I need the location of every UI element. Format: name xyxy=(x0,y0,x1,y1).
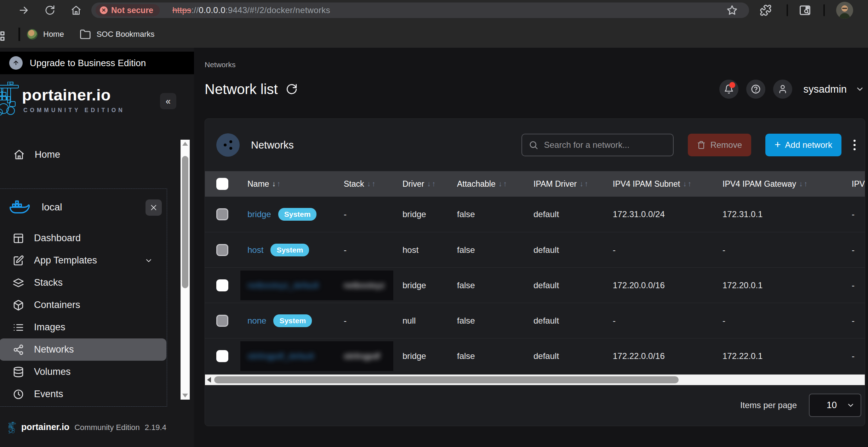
network-name-link[interactable]: host xyxy=(247,245,263,255)
panel-header: Networks Remove + xyxy=(205,119,865,171)
stack-cell: - xyxy=(344,245,402,255)
help-button[interactable] xyxy=(746,80,765,99)
bookmark-folder-soc[interactable]: SOC Bookmarks xyxy=(80,29,155,40)
url-text: https://0.0.0.0:9443/#!/2/docker/network… xyxy=(172,5,330,15)
horizontal-scrollbar[interactable] xyxy=(205,375,865,385)
ipam-driver-cell: default xyxy=(533,245,613,255)
kebab-menu-icon[interactable] xyxy=(849,140,860,150)
network-name-cell: noneSystem xyxy=(247,314,344,327)
ipv4-gateway-cell: - xyxy=(723,316,852,326)
sidebar-item-label: Stacks xyxy=(34,277,63,288)
address-bar[interactable]: ✕ Not secure https://0.0.0.0:9443/#!/2/d… xyxy=(91,2,749,18)
sidebar-scrollbar[interactable] xyxy=(181,140,190,400)
ipv6-subnet-cell: - xyxy=(852,316,865,326)
bookmarks-separator xyxy=(18,28,20,41)
networks-panel: Networks Remove + xyxy=(205,118,865,426)
sidebar-item-events[interactable]: Events xyxy=(0,383,166,405)
column-header-ipv6-ipam-subnet[interactable]: IPV6 IPAM Subnet↓↑ xyxy=(852,179,865,189)
table-body: bridgeSystem-bridgefalsedefault172.31.0.… xyxy=(205,197,865,375)
portainer-logo-small-icon xyxy=(8,422,16,434)
sort-asc-icon: ↑ xyxy=(503,180,507,188)
attachable-cell: false xyxy=(457,316,533,326)
sidebar-item-networks[interactable]: Networks xyxy=(0,338,166,361)
sidebar-item-stacks[interactable]: Stacks xyxy=(0,272,166,294)
ipv4-subnet-cell: 172.22.0.0/16 xyxy=(613,351,723,361)
help-icon xyxy=(750,84,761,94)
network-name-link[interactable]: bridge xyxy=(247,209,271,219)
search-input[interactable] xyxy=(544,140,667,150)
scroll-down-icon[interactable] xyxy=(182,394,188,397)
table-header: Name↓↑Stack↓↑Driver↓↑Attachable↓↑IPAM Dr… xyxy=(205,171,865,197)
scrollbar-thumb[interactable] xyxy=(182,156,188,288)
reload-icon[interactable] xyxy=(45,5,55,16)
environment-row[interactable]: local xyxy=(0,197,167,218)
column-header-ipv4-ipam-gateway[interactable]: IPV4 IPAM Gateway↓↑ xyxy=(723,179,852,189)
sidebar-item-volumes[interactable]: Volumes xyxy=(0,361,166,383)
brand: portainer.io COMMUNITY EDITION « xyxy=(0,82,194,121)
items-per-page-label: Items per page xyxy=(740,400,797,410)
apps-grid-icon[interactable] xyxy=(0,29,9,43)
panel-footer: Items per page 10 xyxy=(205,384,865,426)
remove-button[interactable]: Remove xyxy=(688,134,751,156)
browser-profile-avatar[interactable] xyxy=(836,2,853,19)
row-checkbox[interactable] xyxy=(216,279,228,291)
sidebar-item-label: App Templates xyxy=(34,255,97,266)
network-name-cell: netbootxyz_default xyxy=(247,280,344,290)
sidebar-item-dashboard[interactable]: Dashboard xyxy=(0,227,166,249)
breadcrumb[interactable]: Networks xyxy=(205,60,236,69)
column-label: IPV4 IPAM Gateway xyxy=(723,179,796,189)
sort-desc-icon: ↓ xyxy=(272,180,276,188)
column-header-ipam-driver[interactable]: IPAM Driver↓↑ xyxy=(533,179,613,189)
sort-asc-icon: ↑ xyxy=(432,180,436,188)
column-label: IPAM Driver xyxy=(533,179,577,189)
upgrade-banner[interactable]: Upgrade to Business Edition xyxy=(0,52,194,74)
sidebar-item-containers[interactable]: Containers xyxy=(0,294,166,316)
extensions-icon[interactable] xyxy=(760,4,772,16)
network-name-link[interactable]: stirlingpdf_default xyxy=(247,351,314,361)
arrow-up-circle-icon xyxy=(9,56,23,70)
bookmark-home-label: Home xyxy=(43,30,64,39)
sort-asc-icon: ↑ xyxy=(584,180,588,188)
sidebar-item-app-templates[interactable]: App Templates xyxy=(0,249,166,272)
select-all-checkbox[interactable] xyxy=(216,178,228,190)
chevron-down-icon[interactable] xyxy=(855,85,864,94)
add-network-button[interactable]: + Add network xyxy=(765,134,841,156)
refresh-icon[interactable] xyxy=(286,83,298,95)
forward-icon[interactable] xyxy=(18,5,29,16)
ipam-driver-cell: default xyxy=(533,316,613,326)
search-box[interactable] xyxy=(521,134,674,156)
sort-desc-icon: ↓ xyxy=(579,180,583,188)
stack-cell: - xyxy=(344,316,402,326)
scroll-up-icon[interactable] xyxy=(182,142,188,146)
security-chip[interactable]: ✕ Not secure xyxy=(96,4,160,16)
row-checkbox[interactable] xyxy=(216,350,228,362)
column-header-ipv4-ipam-subnet[interactable]: IPV4 IPAM Subnet↓↑ xyxy=(613,179,723,189)
scroll-left-icon[interactable] xyxy=(207,377,211,383)
network-name-cell: bridgeSystem xyxy=(247,208,344,221)
sidebar-collapse-button[interactable]: « xyxy=(160,93,176,109)
sidebar-item-home[interactable]: Home xyxy=(0,144,167,165)
items-per-page-select[interactable]: 10 xyxy=(809,394,861,417)
column-header-attachable[interactable]: Attachable↓↑ xyxy=(457,179,533,189)
sidebar-item-images[interactable]: Images xyxy=(0,316,166,338)
column-header-stack[interactable]: Stack↓↑ xyxy=(344,179,402,189)
browser-home-icon[interactable] xyxy=(71,5,81,16)
column-header-name[interactable]: Name↓↑ xyxy=(247,179,344,189)
bookmark-star-icon[interactable] xyxy=(726,5,738,16)
horizontal-scrollbar-thumb[interactable] xyxy=(214,376,679,383)
close-icon[interactable] xyxy=(145,199,162,216)
user-menu-button[interactable] xyxy=(773,80,792,99)
side-panel-search-icon[interactable] xyxy=(799,4,811,17)
notifications-button[interactable] xyxy=(719,80,738,99)
row-checkbox xyxy=(216,244,228,256)
column-header-driver[interactable]: Driver↓↑ xyxy=(402,179,457,189)
bookmark-home[interactable]: Home xyxy=(27,29,64,40)
network-name-link[interactable]: none xyxy=(247,316,266,326)
ipam-driver-cell: default xyxy=(533,351,613,361)
ipv6-subnet-cell: - xyxy=(852,209,865,219)
network-name-link[interactable]: netbootxyz_default xyxy=(247,280,319,290)
ipam-driver-cell: default xyxy=(533,280,613,290)
sidebar-home-label: Home xyxy=(35,149,60,160)
table-row: hostSystem-hostfalsedefault--- xyxy=(205,232,865,267)
column-label: Attachable xyxy=(457,179,496,189)
